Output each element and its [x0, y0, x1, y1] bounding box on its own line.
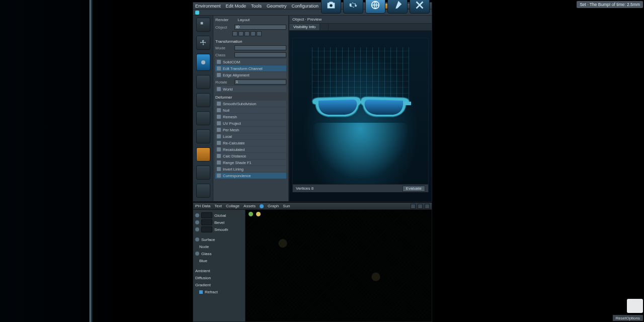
axis-all-button[interactable] [257, 31, 262, 36]
def-correspond-label[interactable]: Correspondence [223, 174, 251, 178]
bar-graph[interactable]: Graph [268, 204, 279, 208]
calc2-icon [217, 147, 221, 151]
def-noil-label[interactable]: Noil [223, 108, 229, 113]
tree-ambient[interactable]: Ambient [194, 267, 244, 274]
def-calcdist-label[interactable]: Calc Distance [223, 154, 246, 158]
axis-y-button[interactable] [238, 31, 244, 36]
row-object-label: Object [215, 25, 232, 30]
evaluate-button[interactable]: Evaluate [403, 186, 425, 192]
tree-bevel-label: Bevel [214, 220, 224, 225]
menu-edit-mode[interactable]: Edit Mode [226, 4, 247, 9]
def-local-label[interactable]: Local [223, 134, 232, 139]
tree-global[interactable]: Global [194, 212, 244, 219]
menu-tools[interactable]: Tools [251, 4, 262, 9]
tree-blue[interactable]: Blue [194, 257, 244, 264]
smooth-icon [217, 102, 221, 106]
tree-gradient[interactable]: Gradient [194, 281, 244, 288]
tool-scale[interactable] [196, 75, 210, 89]
tool-annotate[interactable] [196, 184, 210, 198]
item-solidcom-label[interactable]: SolidCOM [223, 60, 240, 64]
menu-geometry[interactable]: Geometry [267, 4, 287, 9]
glasses-model[interactable] [310, 94, 411, 124]
viewport-scene[interactable]: Vertices 8 Evaluate [292, 38, 429, 192]
def-uvproject-label[interactable]: UV Project [223, 121, 241, 126]
tool-measure[interactable] [196, 166, 210, 180]
globe-icon[interactable] [365, 0, 385, 14]
item-world-label[interactable]: World [223, 87, 232, 92]
rotate-field[interactable]: 1 [234, 79, 286, 85]
invert-icon [217, 167, 221, 171]
svg-point-1 [330, 4, 333, 7]
tree-node[interactable]: Node [194, 243, 244, 250]
camera-icon[interactable] [321, 0, 341, 14]
axis-z-button[interactable] [245, 31, 250, 36]
def-recalc: Re-Calculate [215, 140, 286, 146]
class-field[interactable] [234, 52, 286, 57]
menu-environment[interactable]: Environment [195, 4, 221, 9]
tool-rotate[interactable] [196, 93, 210, 107]
tree-diffusion[interactable]: Diffusion [194, 274, 244, 281]
bar-assets[interactable]: Assets [244, 204, 256, 208]
axis-x-button[interactable] [232, 31, 237, 36]
mode-field[interactable] [234, 45, 286, 50]
uv-icon [217, 121, 221, 125]
vis-toggle-icon[interactable] [195, 227, 199, 231]
item-edit-transform-label[interactable]: Edit Transform Channel [223, 66, 263, 71]
tree-glass[interactable]: Glass [194, 250, 244, 257]
menu-config[interactable]: Configuration [292, 4, 319, 9]
def-recalc-label[interactable]: Re-Calculate [223, 141, 245, 145]
thumb-icon [201, 212, 212, 218]
def-correspond: Correspondence [215, 173, 286, 179]
dot-icon[interactable] [195, 237, 199, 242]
zoom-icon[interactable] [411, 204, 416, 209]
tree-surface[interactable]: Surface [194, 236, 244, 243]
tab-empty[interactable] [320, 24, 329, 30]
tool-render[interactable] [196, 54, 210, 71]
bar-text[interactable]: Text [214, 204, 222, 208]
viewport: Object · Preview Visibility Info [289, 16, 432, 201]
def-permesh-label[interactable]: Per Mesh [223, 128, 239, 132]
local-icon [217, 134, 221, 138]
more-icon[interactable] [425, 204, 430, 209]
def-smooth: Smooth/Subdivision [215, 101, 286, 107]
def-rangeshade-label[interactable]: Range Shade F1 [223, 160, 252, 165]
tree-smooth[interactable]: Smooth [194, 226, 244, 233]
brush-icon[interactable] [387, 0, 408, 14]
close-icon[interactable] [410, 0, 430, 14]
item-edge-align-label[interactable]: Edge Alignment [223, 73, 250, 77]
def-remesh: Remesh [215, 114, 286, 120]
pcb-canvas[interactable] [246, 210, 432, 321]
def-remesh-label[interactable]: Remesh [223, 115, 237, 119]
def-smooth-label[interactable]: Smooth/Subdivision [223, 102, 256, 106]
tool-extrude[interactable] [196, 111, 210, 125]
dot-icon[interactable] [195, 252, 199, 256]
def-invert-label[interactable]: Invert Lining [223, 167, 244, 172]
vis-toggle-icon[interactable] [195, 220, 199, 224]
def-recalculated-label[interactable]: Recalculated [223, 147, 245, 152]
phdata-label[interactable]: PH Data [195, 204, 210, 208]
bar-collage[interactable]: Collage [226, 204, 239, 208]
tool-bevel[interactable] [196, 129, 210, 143]
tool-move[interactable] [196, 36, 210, 50]
mesh-icon [217, 128, 221, 132]
tooltip-bottom-right: ResetOptions [613, 315, 643, 321]
grid-icon[interactable] [418, 204, 423, 209]
tab-visibility[interactable]: Visibility Info [289, 24, 320, 30]
vis-toggle-icon[interactable] [195, 213, 199, 217]
viewport-tabs: Visibility Info [289, 24, 432, 31]
tree-bevel[interactable]: Bevel [194, 219, 244, 226]
rotate-label: Rotate [215, 80, 232, 85]
corner-widget-icon[interactable] [627, 299, 643, 313]
led-yellow-icon [256, 212, 261, 216]
gear-icon[interactable] [343, 0, 363, 14]
bar-sun[interactable]: Sun [283, 204, 290, 208]
section-transformation: Transformation [215, 39, 286, 44]
row-object-field[interactable]: ID [234, 25, 286, 30]
tree-refract[interactable]: Refract [194, 288, 244, 295]
pcb-toolbar: PH Data Text Collage Assets Graph Sun [193, 203, 432, 210]
tool-material[interactable] [196, 147, 210, 162]
panel-tab-layout[interactable]: Layout [237, 18, 250, 22]
tool-select[interactable] [196, 18, 210, 32]
axis-w-button[interactable] [251, 31, 256, 36]
panel-tab-render[interactable]: Render [215, 18, 228, 22]
